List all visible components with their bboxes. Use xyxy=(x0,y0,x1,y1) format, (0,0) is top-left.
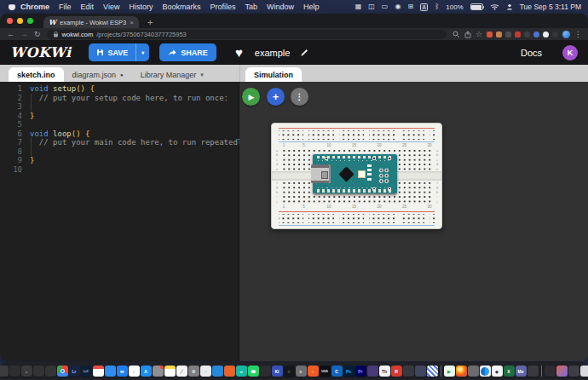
extension-icon-5[interactable] xyxy=(524,32,530,37)
dock-kicad-icon[interactable]: Ki xyxy=(272,366,283,377)
dock-app-red-icon[interactable]: R xyxy=(391,366,402,377)
rail-holes-top[interactable] xyxy=(279,130,435,140)
extension-icon-2[interactable] xyxy=(496,32,502,37)
save-button[interactable]: SAVE ▾ xyxy=(89,43,150,61)
menu-window[interactable]: Window xyxy=(267,3,294,11)
dock-window-thumb-1-icon[interactable] xyxy=(545,366,556,377)
dock-thonny-icon[interactable]: Th xyxy=(379,366,390,377)
dock-whatsapp-icon[interactable]: ☎ xyxy=(248,366,259,377)
url-bar[interactable]: wokwi.com/projects/375067340377725953 xyxy=(47,30,447,39)
dock-preview-icon[interactable]: ○ xyxy=(200,366,211,377)
extension-icon-3[interactable] xyxy=(505,32,511,37)
menu-file[interactable]: File xyxy=(59,3,72,11)
dock-camo-icon[interactable]: ∞ xyxy=(236,366,247,377)
dock-github-desktop-icon[interactable] xyxy=(367,366,378,377)
extension-icon-8[interactable] xyxy=(552,32,558,37)
wokwi-logo[interactable]: WOKWi xyxy=(10,44,72,60)
dock-chrome-icon[interactable] xyxy=(57,366,68,377)
dock-settings-icon[interactable]: ⚙ xyxy=(188,366,199,377)
tab-library-manager[interactable]: Library Manager▾ xyxy=(132,67,212,82)
new-tab-button[interactable]: + xyxy=(147,16,153,28)
keyboard-icon[interactable]: ▦ xyxy=(355,3,362,10)
extension-icon-1[interactable] xyxy=(487,32,493,37)
menu-history[interactable]: History xyxy=(129,3,153,11)
menu-clock[interactable]: Tue Sep 5 3:11 PM xyxy=(520,3,581,11)
bookmark-star-icon[interactable]: ☆ xyxy=(476,30,482,38)
dock-app-gray-2-icon[interactable] xyxy=(468,366,479,377)
close-window-button[interactable] xyxy=(7,18,13,24)
dock-app-gray-lines-icon[interactable]: ≡ xyxy=(296,366,307,377)
dock-notes-icon[interactable] xyxy=(164,366,176,377)
dock-app-orange-icon[interactable] xyxy=(224,366,235,377)
dock-vscode-icon[interactable] xyxy=(212,366,223,377)
dock-discord-icon[interactable] xyxy=(403,366,414,377)
menu-edit[interactable]: Edit xyxy=(81,3,95,11)
dock-github-icon[interactable]: ○ xyxy=(284,366,295,377)
apple-menu-icon[interactable] xyxy=(9,3,15,10)
dock-calendar-icon[interactable] xyxy=(93,366,104,377)
dock-app-dark-1-icon[interactable] xyxy=(0,366,9,377)
screen-record-icon[interactable]: ◉ xyxy=(395,3,401,10)
dock-app-dark-2-icon[interactable] xyxy=(9,366,20,377)
wifi-icon[interactable] xyxy=(490,3,499,10)
save-dropdown-caret[interactable]: ▾ xyxy=(135,43,149,61)
docs-link[interactable]: Docs xyxy=(521,48,542,58)
dock-app-store-icon[interactable]: A xyxy=(141,366,152,377)
profile-avatar[interactable] xyxy=(562,31,570,38)
dock-lightroom-icon[interactable]: Lr xyxy=(69,366,80,377)
extension-icon-7[interactable] xyxy=(543,32,549,37)
dock-meet-me-icon[interactable]: Me xyxy=(516,366,527,377)
favorite-heart-icon[interactable]: ♥ xyxy=(235,46,243,59)
zoom-icon[interactable] xyxy=(453,31,460,38)
arduino-nano[interactable] xyxy=(313,154,397,193)
dock-app-striped-icon[interactable] xyxy=(427,366,438,377)
dock-excel-icon[interactable]: X xyxy=(504,366,515,377)
menu-tab[interactable]: Tab xyxy=(245,3,257,11)
dock-ugs-icon[interactable]: UGS xyxy=(320,366,331,377)
extension-icon-6[interactable] xyxy=(533,32,539,37)
simulation-menu-button[interactable]: ⋮ xyxy=(291,88,308,106)
chrome-menu-icon[interactable]: ⋮ xyxy=(574,31,581,38)
dock-music-icon[interactable]: ♪ xyxy=(129,366,140,377)
dock-freeform-icon[interactable]: ╱ xyxy=(176,366,187,377)
menu-help[interactable]: Help xyxy=(303,3,320,11)
display-icon[interactable]: ▭ xyxy=(382,3,389,10)
zoom-window-button[interactable] xyxy=(27,18,33,24)
dock-app-dark-5-icon[interactable] xyxy=(527,366,539,377)
battery-icon[interactable] xyxy=(470,3,483,10)
dock-discord-2-icon[interactable] xyxy=(415,366,426,377)
window-tiling-icon[interactable]: ◫ xyxy=(368,3,375,10)
tab-sketch-ino[interactable]: sketch.ino xyxy=(9,67,64,82)
dock-app-paw-icon[interactable] xyxy=(260,366,271,377)
menu-bookmarks[interactable]: Bookmarks xyxy=(162,3,200,11)
reload-button[interactable]: ↻ xyxy=(34,30,41,38)
browser-tab[interactable]: W example - Wokwi ESP32, STM × xyxy=(43,16,139,28)
dock-photoshop-icon[interactable]: Ps xyxy=(343,366,355,377)
extension-icon-4[interactable] xyxy=(515,32,521,37)
tab-simulation[interactable]: Simulation xyxy=(245,67,302,82)
share-icon[interactable] xyxy=(464,31,471,38)
dock-postman-icon[interactable]: ○ xyxy=(308,366,319,377)
rename-pencil-icon[interactable] xyxy=(300,49,308,57)
dock-app-dark-3-icon[interactable] xyxy=(33,366,44,377)
share-button[interactable]: SHARE xyxy=(159,43,216,61)
menu-profiles[interactable]: Profiles xyxy=(210,3,235,11)
dock-safari-icon[interactable] xyxy=(480,366,491,377)
dock-window-thumb-2-icon[interactable] xyxy=(556,366,568,377)
tab-close-icon[interactable]: × xyxy=(130,19,134,26)
dock-window-thumb-4-icon[interactable] xyxy=(580,366,588,377)
dock-firefox-icon[interactable] xyxy=(456,366,467,377)
bluetooth-icon[interactable]: ᛒ xyxy=(435,3,439,10)
user-avatar[interactable]: K xyxy=(562,45,578,60)
dock-home-app-icon[interactable]: ⌂ xyxy=(21,366,32,377)
dock-app-c-blue-icon[interactable]: C xyxy=(331,366,343,377)
forward-button[interactable]: → xyxy=(20,30,28,38)
dock-window-thumb-3-icon[interactable] xyxy=(568,366,579,377)
user-switch-icon[interactable] xyxy=(506,3,513,10)
dock-app-green-white-icon[interactable]: ▶ xyxy=(444,366,455,377)
add-part-button[interactable]: + xyxy=(267,88,285,106)
copy-icon[interactable]: ⊞ xyxy=(407,3,413,10)
rail-holes-bottom[interactable] xyxy=(279,214,435,223)
dock-app-gray-badge-icon[interactable] xyxy=(153,366,164,377)
code-editor[interactable]: 1void setup() {2 // put your setup code … xyxy=(0,82,239,361)
